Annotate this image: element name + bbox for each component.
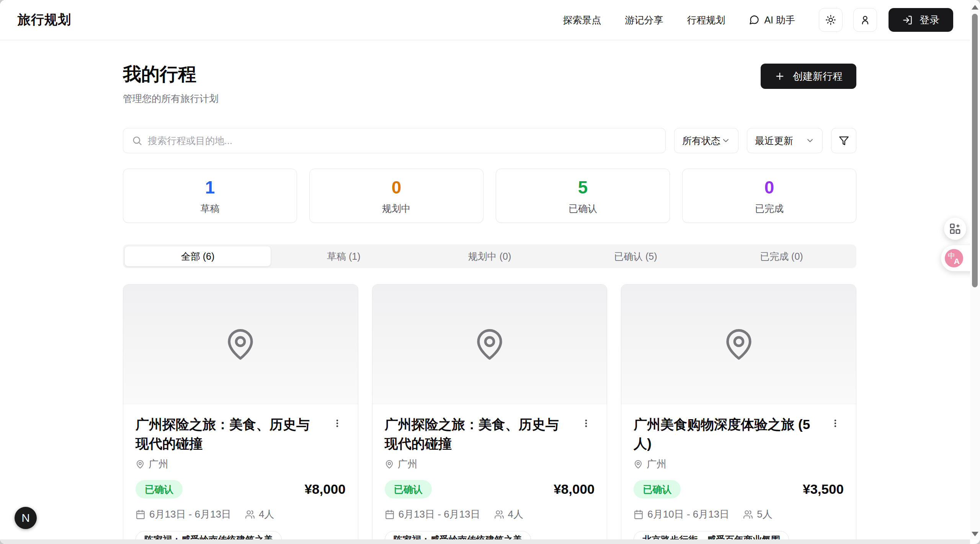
stat-value: 1 (205, 177, 215, 198)
tab-draft[interactable]: 草稿 (1) (271, 246, 416, 266)
widgets-panel-button[interactable] (944, 218, 966, 240)
sort-select[interactable]: 最近更新 (747, 128, 823, 153)
create-trip-button[interactable]: 创建新行程 (761, 64, 856, 89)
trip-card-image-placeholder (621, 285, 856, 404)
theme-toggle-button[interactable] (819, 8, 843, 32)
filter-row: 所有状态 最近更新 (123, 128, 856, 153)
trip-title: 广州美食购物深度体验之旅 (5人) (634, 415, 821, 453)
vertical-scrollbar[interactable] (970, 0, 980, 539)
trip-dates: 6月13日 - 6月13日 (136, 508, 231, 521)
trip-price: ¥3,500 (803, 482, 844, 497)
trip-people: 4人 (245, 508, 274, 521)
scroll-up-arrow[interactable] (972, 5, 978, 10)
search-box (123, 128, 666, 153)
status-filter-value: 所有状态 (682, 134, 720, 147)
page-header-text: 我的行程 管理您的所有旅行计划 (123, 62, 219, 105)
trip-title: 广州探险之旅：美食、历史与现代的碰撞 (136, 415, 323, 453)
create-trip-label: 创建新行程 (793, 70, 843, 83)
advanced-filter-button[interactable] (831, 128, 856, 153)
status-badge: 已确认 (385, 480, 432, 498)
stat-card-completed: 0 已完成 (682, 169, 856, 223)
search-input[interactable] (148, 135, 657, 146)
nav-link-ai-assistant[interactable]: AI 助手 (749, 14, 795, 26)
stat-label: 已确认 (568, 202, 597, 215)
location-pin-icon (136, 460, 145, 469)
plus-icon (774, 71, 785, 82)
card-menu-button[interactable] (578, 415, 595, 432)
card-menu-button[interactable] (329, 415, 346, 432)
navbar-right: 探索景点 游记分享 行程规划 AI 助手 (539, 8, 953, 32)
trip-location-label: 广州 (647, 457, 666, 471)
kebab-icon (830, 418, 840, 428)
trip-dates: 6月10日 - 6月13日 (634, 508, 729, 521)
users-icon (494, 510, 504, 519)
location-pin-icon (385, 460, 394, 469)
login-icon (902, 15, 913, 25)
stat-value: 0 (764, 177, 774, 198)
sort-value: 最近更新 (755, 134, 793, 147)
nav-link-ai-label: AI 助手 (764, 14, 795, 26)
stat-value: 0 (392, 177, 402, 198)
dev-badge-letter: N (21, 511, 30, 524)
trip-card[interactable]: 广州美食购物深度体验之旅 (5人) 广州 (621, 284, 856, 544)
tab-completed[interactable]: 已完成 (0) (709, 246, 854, 266)
nav-link-planning[interactable]: 行程规划 (687, 14, 725, 26)
stat-value: 5 (578, 177, 588, 198)
nav-link-explore[interactable]: 探索景点 (563, 14, 601, 26)
user-icon (860, 15, 871, 25)
funnel-icon (839, 136, 849, 146)
trip-people: 5人 (743, 508, 772, 521)
stats-row: 1 草稿 0 规划中 5 已确认 0 已完成 (123, 169, 856, 223)
login-label: 登录 (920, 13, 939, 27)
tab-confirmed[interactable]: 已确认 (5) (563, 246, 709, 266)
app-logo[interactable]: 旅行规划 (18, 11, 71, 29)
trip-people: 4人 (494, 508, 523, 521)
stat-card-confirmed: 5 已确认 (496, 169, 670, 223)
dev-tools-badge[interactable]: N (15, 507, 37, 529)
trip-dates: 6月13日 - 6月13日 (385, 508, 480, 521)
tab-all[interactable]: 全部 (6) (125, 246, 271, 266)
main-content: 我的行程 管理您的所有旅行计划 创建新行程 所有状态 (123, 62, 856, 544)
kebab-icon (332, 418, 342, 428)
trip-card-image-placeholder (123, 285, 358, 404)
scrollbar-thumb[interactable] (972, 14, 978, 287)
trip-card-body: 广州美食购物深度体验之旅 (5人) 广州 (621, 404, 856, 544)
users-icon (743, 510, 753, 519)
sun-icon (825, 15, 836, 25)
calendar-icon (634, 510, 644, 519)
stat-card-draft: 1 草稿 (123, 169, 297, 223)
trip-location-label: 广州 (149, 457, 168, 471)
trip-price: ¥8,000 (554, 482, 595, 497)
trip-card-body: 广州探险之旅：美食、历史与现代的碰撞 广州 (123, 404, 358, 544)
account-button[interactable] (853, 8, 877, 32)
chevron-down-icon (805, 136, 815, 145)
translate-icon: 中 A (945, 249, 963, 267)
page-title: 我的行程 (123, 62, 219, 87)
trip-title: 广州探险之旅：美食、历史与现代的碰撞 (385, 415, 572, 453)
login-button[interactable]: 登录 (889, 8, 953, 32)
chevron-down-icon (721, 136, 730, 145)
nav-link-blog[interactable]: 游记分享 (625, 14, 663, 26)
map-pin-icon (722, 328, 756, 361)
trip-card[interactable]: 广州探险之旅：美食、历史与现代的碰撞 广州 (123, 284, 358, 544)
search-icon (132, 135, 142, 146)
trip-cards-grid: 广州探险之旅：美食、历史与现代的碰撞 广州 (123, 284, 856, 544)
trip-price: ¥8,000 (305, 482, 346, 497)
trip-card-image-placeholder (372, 285, 607, 404)
trip-card[interactable]: 广州探险之旅：美食、历史与现代的碰撞 广州 (372, 284, 608, 544)
card-menu-button[interactable] (827, 415, 844, 432)
page-subtitle: 管理您的所有旅行计划 (123, 92, 219, 105)
page-header: 我的行程 管理您的所有旅行计划 创建新行程 (123, 62, 856, 105)
scroll-down-arrow[interactable] (972, 532, 978, 536)
calendar-icon (385, 510, 395, 519)
tab-planning[interactable]: 规划中 (0) (416, 246, 562, 266)
stat-card-planning: 0 规划中 (309, 169, 483, 223)
map-pin-icon (473, 328, 506, 361)
status-filter-select[interactable]: 所有状态 (674, 128, 738, 153)
users-icon (245, 510, 255, 519)
trip-location: 广州 (385, 457, 595, 471)
trip-card-body: 广州探险之旅：美食、历史与现代的碰撞 广州 (372, 404, 607, 544)
status-badge: 已确认 (634, 480, 681, 498)
horizontal-scrollbar[interactable] (0, 539, 970, 544)
kebab-icon (581, 418, 591, 428)
